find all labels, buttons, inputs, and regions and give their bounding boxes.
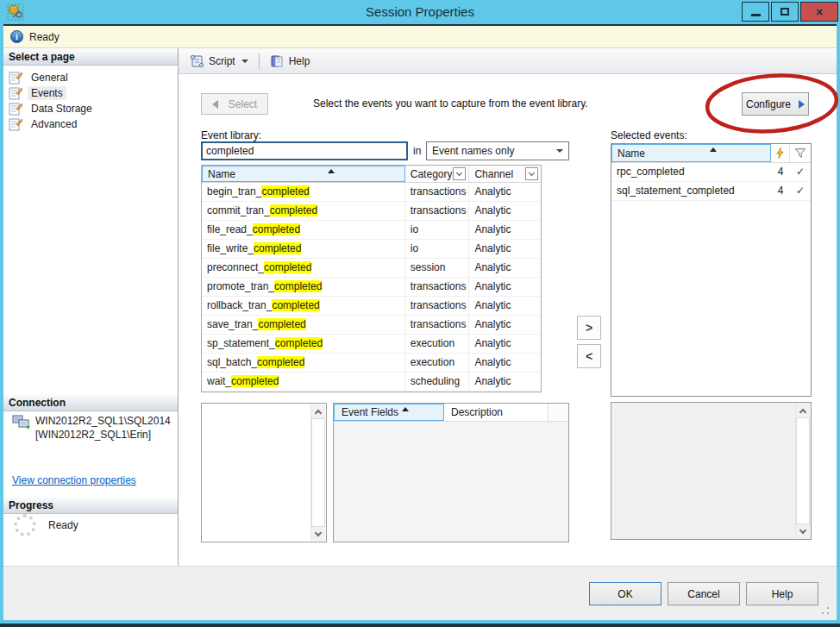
selected-events-label: Selected events: (611, 129, 687, 141)
app-icon (7, 3, 24, 21)
toolbar-separator (259, 53, 260, 69)
sort-asc-icon (402, 407, 409, 411)
script-button[interactable]: Script (184, 51, 254, 72)
highlighted-match: completed (270, 204, 317, 216)
scroll-down-button[interactable] (796, 524, 810, 538)
table-row[interactable]: save_tran_completedtransactionsAnalytic (202, 316, 541, 335)
select-button-disabled[interactable]: Select (201, 93, 268, 115)
script-label: Script (209, 55, 235, 67)
scroll-up-button[interactable] (796, 404, 810, 417)
chevron-down-icon (529, 170, 535, 176)
help-button[interactable]: Help (264, 51, 317, 72)
highlighted-match: completed (275, 337, 323, 349)
chevron-down-icon (456, 170, 462, 176)
ok-button[interactable]: OK (589, 582, 661, 605)
window-controls: × (740, 2, 838, 22)
chevron-down-icon (799, 526, 806, 533)
column-header-name[interactable]: Name (611, 144, 771, 162)
table-row[interactable]: commit_tran_completedtransactionsAnalyti… (202, 202, 541, 221)
column-header-actions[interactable] (771, 144, 790, 162)
progress-spinner-icon (14, 514, 36, 536)
sidebar-item-label: Data Storage (28, 102, 96, 116)
sidebar-item-advanced[interactable]: Advanced (9, 116, 80, 132)
page-icon (9, 87, 22, 100)
server-icon (12, 415, 31, 430)
window-border-right (837, 24, 840, 624)
view-connection-properties-link[interactable]: View connection properties (12, 474, 136, 486)
minimize-button[interactable] (742, 2, 769, 22)
status-text: Ready (29, 31, 60, 43)
help-button-footer[interactable]: Help (746, 582, 818, 605)
table-row[interactable]: rollback_tran_completedtransactionsAnaly… (202, 297, 541, 316)
main-panel: Script Help Select Select the events you… (179, 48, 837, 566)
filter-funnel-icon (794, 147, 806, 159)
help-book-icon (270, 54, 285, 68)
table-row[interactable]: sql_batch_completedexecutionAnalytic (202, 354, 541, 373)
status-bar: i Ready (3, 26, 837, 48)
connection-info: WIN2012R2_SQL1\SQL2014 [WIN2012R2_SQL1\E… (12, 414, 171, 442)
check-icon: ✓ (790, 182, 811, 200)
arrow-right-icon (799, 100, 805, 109)
category-filter-dropdown[interactable] (453, 167, 466, 180)
window-border-left (0, 24, 3, 624)
cancel-button[interactable]: Cancel (668, 582, 740, 605)
scrollbar-thumb[interactable] (311, 418, 325, 527)
window-border-bottom-dark (0, 624, 840, 627)
table-row[interactable]: wait_completedschedulingAnalytic (202, 373, 541, 392)
in-label: in (413, 145, 421, 157)
table-row[interactable]: file_read_completedioAnalytic (202, 221, 541, 240)
event-library-table: Name Category Channel begin_tran_complet… (201, 165, 542, 392)
scrollbar[interactable] (795, 404, 810, 538)
column-header-filter[interactable] (790, 144, 811, 162)
page-icon (9, 118, 22, 131)
chevron-down-icon (556, 149, 563, 153)
maximize-button[interactable] (771, 2, 799, 22)
table-row[interactable]: file_write_completedioAnalytic (202, 240, 541, 259)
connection-user: [WIN2012R2_SQL1\Erin] (35, 428, 171, 442)
table-row[interactable]: begin_tran_completedtransactionsAnalytic (202, 183, 541, 202)
column-header-channel[interactable]: Channel (469, 166, 541, 182)
scrollbar-thumb[interactable] (796, 417, 810, 524)
maximize-icon (780, 8, 789, 16)
scroll-down-button[interactable] (311, 527, 325, 541)
sidebar-item-data-storage[interactable]: Data Storage (9, 101, 96, 116)
sidebar-item-general[interactable]: General (9, 70, 72, 85)
help-label: Help (289, 55, 310, 67)
scroll-up-button[interactable] (311, 404, 325, 418)
move-right-button[interactable]: > (577, 316, 601, 340)
configure-button[interactable]: Configure (742, 92, 809, 116)
column-header-name[interactable]: Name (202, 166, 405, 182)
sidebar-item-events[interactable]: Events (9, 85, 66, 101)
sidebar-item-label: Events (28, 86, 66, 100)
tab-event-fields[interactable]: Event Fields (334, 404, 444, 421)
event-detail-list (201, 403, 327, 542)
close-button[interactable]: × (800, 2, 838, 22)
session-properties-window: Session Properties × i Ready Select a pa… (0, 0, 840, 627)
table-row[interactable]: preconnect_completedsessionAnalytic (202, 259, 541, 278)
sort-asc-icon (328, 169, 335, 173)
selected-event-row[interactable]: rpc_completed 4 ✓ (611, 163, 811, 182)
event-search-input[interactable] (201, 141, 408, 160)
table-row[interactable]: sp_statement_completedexecutionAnalytic (202, 335, 541, 354)
toolbar: Script Help (179, 48, 837, 74)
titlebar[interactable]: Session Properties × (0, 0, 840, 24)
selected-event-row[interactable]: sql_statement_completed 4 ✓ (611, 182, 811, 201)
event-library-label: Event library: (201, 129, 261, 141)
move-left-button[interactable]: < (577, 344, 601, 368)
search-scope-select[interactable]: Event names only (426, 141, 569, 160)
minimize-icon (751, 14, 761, 16)
scrollbar[interactable] (310, 404, 325, 541)
sidebar: Select a page General Events Data Storag… (3, 48, 179, 566)
tab-description[interactable]: Description (444, 404, 549, 421)
page-icon (9, 103, 22, 116)
select-a-page-header: Select a page (3, 48, 178, 66)
table-row[interactable]: promote_tran_completedtransactionsAnalyt… (202, 278, 541, 297)
column-header-category[interactable]: Category (405, 166, 470, 182)
fields-panel-header: Event Fields Description (334, 404, 568, 422)
highlighted-match: completed (258, 318, 305, 330)
highlighted-match: completed (272, 299, 319, 311)
highlighted-match: completed (254, 242, 301, 254)
resize-grip[interactable] (821, 606, 830, 615)
channel-filter-dropdown[interactable] (525, 167, 538, 180)
sort-asc-icon (710, 147, 717, 152)
